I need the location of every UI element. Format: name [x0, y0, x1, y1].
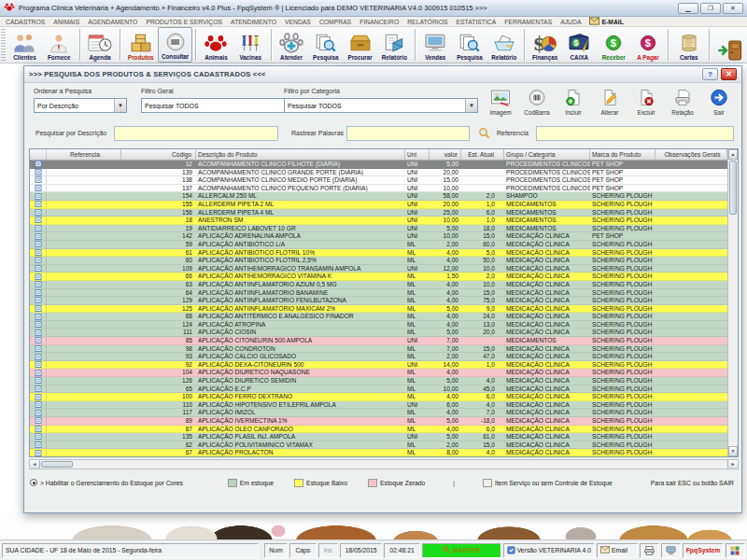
toolbar-button-vacinas[interactable]: Vacinas — [233, 27, 268, 63]
menu-item-email[interactable]: E-MAIL — [589, 17, 623, 26]
table-row[interactable]: 87APLICAÇÃO OLEO CANFORADOML4,006,0MEDIC… — [30, 426, 727, 434]
table-row[interactable]: 12ACOMPANHAMENTO CLINICO FILHOTE (DIÁRIA… — [30, 161, 727, 169]
sair-button[interactable]: Sair — [704, 89, 734, 116]
toolbar-button-clientes[interactable]: Clientes — [7, 27, 42, 63]
scroll-right-icon[interactable]: ► — [727, 460, 738, 469]
menu-item-atendimento[interactable]: ATENDIMENTO — [231, 19, 276, 25]
reference-input[interactable] — [536, 126, 734, 141]
toolbar-button-sair-app[interactable] — [712, 27, 747, 63]
vertical-scrollbar[interactable]: ▲ ▼ — [727, 149, 738, 456]
table-row[interactable]: 111APLICAÇÃO CIOSINML5,0020,0MEDICAÇÃO C… — [30, 329, 727, 337]
toolbar-button-pesquisa[interactable]: Pesquisa — [453, 27, 487, 63]
column-header[interactable]: Observações Gerais — [655, 149, 727, 160]
menu-item-produtos-e-servi-os[interactable]: PRODUTOS E SERVIÇOS — [146, 19, 222, 25]
form-close-button[interactable]: ✕ — [721, 68, 737, 80]
chevron-down-icon[interactable]: ▼ — [114, 99, 126, 112]
search-icon[interactable] — [478, 127, 490, 141]
table-row[interactable]: 65APLICAÇÃO E.C.PML10,0045,0MEDICAÇÃO CL… — [30, 385, 727, 394]
column-header[interactable]: Descrição do Produto — [196, 149, 405, 160]
alterar-button[interactable]: Alterar — [595, 89, 625, 116]
table-row[interactable]: 139ACOMPANHAMENTO CLINICO GRANDE PORTE (… — [30, 169, 727, 177]
menu-item-compras[interactable]: COMPRAS — [319, 19, 351, 25]
table-row[interactable]: 154ALLERCALM 250 MLUNI58,002,0SHAMPOOSCH… — [30, 192, 727, 201]
rela-o-button[interactable]: Relação — [668, 89, 698, 116]
excluir-button[interactable]: Excluir — [631, 89, 661, 116]
toolbar-button-vendas[interactable]: Vendas — [418, 27, 453, 63]
table-row[interactable]: 66APLICAÇÃO ANTIHEMORRAGICO VITAMINA KML… — [30, 273, 727, 281]
table-row[interactable]: 156ALLERDERM PIPETA 4 MLUNI25,006,0MEDIC… — [30, 209, 727, 217]
table-row[interactable]: 124APLICAÇÃO ATROPINAML4,0013,0MEDICAÇÃO… — [30, 321, 727, 329]
table-row[interactable]: 126APLICAÇÃO DIURETICO SEMIDINML5,004,0M… — [30, 377, 727, 385]
table-row[interactable]: 18ANESTRON SMUNI10,001,0MEDICAMENTOSSCHE… — [30, 217, 727, 225]
printer-icon[interactable] — [640, 543, 659, 558]
table-row[interactable]: 19ANTIDIARREICO LABOVET 10 GRUNI5,0018,0… — [30, 225, 727, 233]
table-row[interactable]: 155ALLERDERM PIPETA 2 MLUNI20,001,0MEDIC… — [30, 201, 727, 209]
menu-item-cadastros[interactable]: CADASTROS — [6, 19, 45, 25]
minimize-button[interactable]: ▁ — [678, 3, 698, 14]
table-row[interactable]: 64APLICAÇÃO ANTIINFLAMATORIO BANAMINEML4… — [30, 289, 727, 298]
table-row[interactable]: 138ACOMPANHAMENTO CLINICO MEDIO PORTE (D… — [30, 176, 727, 185]
column-header[interactable]: Referencia — [47, 149, 121, 160]
table-row[interactable]: 63APLICAÇÃO ANTIINFLAMATORIO AZIUM 0,5 M… — [30, 281, 727, 289]
toolbar-button-a-pagar[interactable]: $A Pagar — [631, 27, 666, 63]
toolbar-button-relat-rio[interactable]: Relatório — [377, 27, 412, 63]
table-row[interactable]: 62APLICAÇÃO POLIVITAMINICO VITAMAXML2,00… — [30, 441, 727, 450]
table-row[interactable]: 60APLICAÇÃO ANTIBIOTICO FLOTRIL 2,5%ML4,… — [30, 257, 727, 265]
category-filter-dropdown[interactable]: Pesquisar TODOS▼ — [284, 98, 478, 113]
toolbar-button-animais[interactable]: Animais — [199, 27, 233, 63]
table-row[interactable]: 125APLICAÇÃO ANTIINFLAMATÓRIO MAXICAM 2%… — [30, 305, 727, 314]
codbarra-button[interactable]: CodBarra — [522, 89, 552, 116]
column-header[interactable]: valor — [430, 149, 461, 160]
table-row[interactable]: 137ACOMPANHAMENTO CLINICO PEQUENO PORTE … — [30, 185, 727, 193]
table-row[interactable]: 110APLICAÇÃO HIPOTENSIVO ETILEFRIL AMPOL… — [30, 401, 727, 410]
menu-item-estatistica[interactable]: ESTATISTICA — [457, 19, 497, 25]
table-row[interactable]: 92APLICAÇÃO DEXA-CITONEURIN 500UNI14,001… — [30, 361, 727, 370]
table-row[interactable]: 117APLICAÇÃO IMIZOLML4,007,0MEDICAÇÃO CL… — [30, 409, 727, 417]
stock-colors-radio[interactable] — [30, 479, 37, 486]
scrollbar-thumb[interactable] — [41, 461, 73, 468]
network-icon[interactable] — [661, 543, 681, 558]
column-header[interactable]: Est. Atual — [461, 149, 504, 160]
scroll-down-icon[interactable]: ▼ — [728, 446, 738, 456]
menu-item-animais[interactable]: ANIMAIS — [53, 19, 79, 25]
toolbar-button-cartas[interactable]: Cartas — [671, 27, 706, 63]
incluir-button[interactable]: Incluir — [558, 89, 588, 116]
column-header[interactable]: Código — [121, 149, 196, 160]
toolbar-button-produtos[interactable]: Produtos — [123, 27, 158, 63]
table-row[interactable]: 61APLICAÇÃO ANTIBIÓTICO FLOTRIL 10%ML4,0… — [30, 249, 727, 258]
form-titlebar[interactable]: >>> PESQUISA DOS PRODUTOS & SERVIÇOS CAD… — [24, 66, 741, 83]
table-row[interactable]: 104APLICAÇÃO DIURETICO NAQUASONEML4,00ME… — [30, 369, 727, 377]
chevron-down-icon[interactable]: ▼ — [465, 99, 477, 112]
toolbar-button-agenda[interactable]: Agenda — [83, 27, 118, 63]
menu-item-ajuda[interactable]: AJUDA — [560, 19, 581, 25]
horizontal-scrollbar[interactable]: ◄ ► — [29, 459, 739, 469]
search-words-input[interactable] — [346, 126, 470, 141]
menu-item-agendamento[interactable]: AGENDAMENTO — [88, 19, 137, 25]
table-row[interactable]: 98APLICAÇÃO CONDROTONML7,0015,0MEDICAÇÃO… — [30, 345, 727, 354]
table-row[interactable]: 59APLICAÇÃO ANTIBIÓTICO L/AML2,0060,0MED… — [30, 241, 727, 249]
table-row[interactable]: 68APLICAÇÃO ANTITÉRMICO E ANALGÉSICO FIN… — [30, 313, 727, 321]
table-row[interactable]: 100APLICAÇÃO FERRO DEXTRANOML4,006,0MEDI… — [30, 393, 727, 401]
column-header[interactable]: Grupo / Categoria — [504, 149, 590, 160]
toolbar-button-relat-rio[interactable]: Relatório — [486, 27, 521, 63]
table-row[interactable]: 67APLICAÇÃO PROLACTONML8,004,0MEDICAÇÃO … — [30, 449, 727, 456]
restore-button[interactable]: ❐ — [700, 3, 721, 14]
scroll-left-icon[interactable]: ◄ — [30, 460, 40, 469]
table-row[interactable]: 93APLICAÇÃO CALCIO GLICOSADOML2,0047,0ME… — [30, 353, 727, 361]
form-help-button[interactable]: ? — [702, 68, 718, 80]
search-desc-input[interactable] — [114, 126, 278, 141]
toolbar-button-receber[interactable]: $Receber — [597, 27, 631, 63]
close-button[interactable]: ✕ — [723, 3, 743, 14]
scroll-up-icon[interactable]: ▲ — [728, 149, 738, 160]
column-header[interactable]: Uni — [405, 149, 430, 160]
table-row[interactable]: 129APLICAÇÃO ANTIINFLAMATORIO FENILBUTAZ… — [30, 297, 727, 305]
status-email[interactable]: Email — [597, 543, 638, 558]
table-row[interactable]: 109APLICAÇÃO ANTIHEMORRAGICO TRANSAMIN A… — [30, 265, 727, 273]
toolbar-button-fornece[interactable]: Fornece — [42, 27, 77, 63]
toolbar-button-atender[interactable]: Atender — [275, 27, 309, 63]
menu-item-vendas[interactable]: VENDAS — [285, 19, 311, 25]
menu-item-financeiro[interactable]: FINANCEIRO — [359, 19, 399, 25]
table-row[interactable]: 85APLICAÇÃO CITONEURIN 500 AMPOLAUNI7,00… — [30, 337, 727, 345]
toolbar-button-finan-as[interactable]: $Finanças — [528, 27, 562, 63]
table-row[interactable]: 142APLICAÇÃO ADRENALINA AMPOLAUNI10,0015… — [30, 232, 727, 241]
